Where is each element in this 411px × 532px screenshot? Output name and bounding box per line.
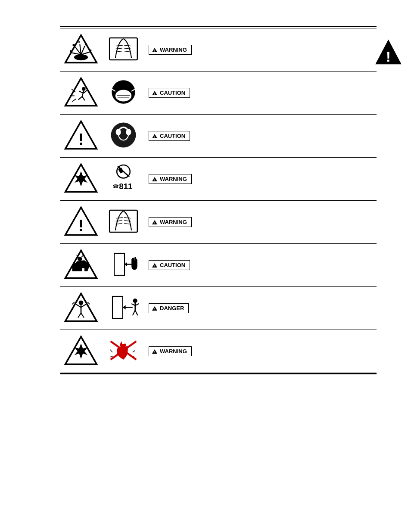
svg-line-16 <box>116 48 122 49</box>
svg-text:!: ! <box>154 178 156 182</box>
svg-point-46 <box>126 129 131 135</box>
icon1-cell <box>60 158 102 201</box>
svg-line-66 <box>124 218 131 218</box>
svg-text:!: ! <box>154 49 156 53</box>
icon2-cell <box>102 244 145 287</box>
badge-cell-3: ! CAUTION <box>145 115 377 158</box>
svg-line-88 <box>87 302 90 304</box>
table-row: ! <box>60 201 377 244</box>
badge-cell-7: ! DANGER <box>145 287 377 330</box>
svg-text:!: ! <box>78 130 84 148</box>
icon2-cell: ☎ 811 <box>102 158 145 201</box>
badge-triangle-icon: ! <box>152 177 158 182</box>
animal-triangle-icon <box>64 248 98 280</box>
bottom-border <box>60 373 377 374</box>
badge-triangle-icon: ! <box>152 90 158 96</box>
icon1-cell <box>60 244 102 287</box>
warning-badge-1: ! WARNING <box>149 45 192 55</box>
svg-point-8 <box>74 54 88 60</box>
svg-line-15 <box>116 45 123 46</box>
svg-text:!: ! <box>154 221 156 225</box>
svg-text:!: ! <box>386 48 391 65</box>
svg-rect-77 <box>132 258 134 262</box>
icon1-cell: ! <box>60 115 102 158</box>
svg-point-43 <box>111 123 136 148</box>
person-door-icon <box>105 291 142 324</box>
badge-triangle-icon: ! <box>152 349 158 354</box>
svg-text:!: ! <box>154 350 156 354</box>
svg-point-72 <box>78 257 82 261</box>
svg-point-45 <box>116 129 121 135</box>
svg-point-9 <box>72 44 75 46</box>
side-warning-icon: ! <box>374 39 402 67</box>
svg-point-13 <box>78 41 80 43</box>
badge-cell-8: ! WARNING <box>145 330 377 373</box>
icon2-cell <box>102 330 145 373</box>
svg-rect-89 <box>112 296 123 318</box>
svg-line-18 <box>124 45 131 46</box>
warning-badge-5: ! WARNING <box>149 217 192 227</box>
svg-text:☎: ☎ <box>112 184 119 190</box>
svg-point-11 <box>70 50 72 52</box>
hearing-protection-icon <box>105 119 142 151</box>
explosion-triangle2-icon <box>64 162 98 194</box>
table-row: ! WARNING <box>60 330 377 373</box>
table-row: ! CAUTION <box>60 244 377 287</box>
safety-table: ! WARNING <box>60 28 377 373</box>
badge-triangle-icon: ! <box>152 134 158 139</box>
page-container: ! <box>0 0 411 401</box>
top-border <box>60 26 377 27</box>
svg-point-10 <box>85 43 87 45</box>
manual-book2-icon <box>105 205 142 237</box>
svg-text:!: ! <box>154 264 156 268</box>
svg-text:811: 811 <box>119 182 132 191</box>
icon2-cell <box>102 201 145 244</box>
badge-triangle-icon: ! <box>152 47 158 53</box>
svg-rect-73 <box>114 253 125 275</box>
badge-cell-6: ! CAUTION <box>145 244 377 287</box>
svg-point-92 <box>133 299 137 303</box>
svg-line-25 <box>82 91 84 96</box>
caution-badge-2: ! CAUTION <box>149 88 190 98</box>
svg-point-24 <box>82 87 86 91</box>
badge-cell-2: ! CAUTION <box>145 72 377 115</box>
warning-badge-4: ! WARNING <box>149 174 192 184</box>
svg-line-102 <box>110 350 112 352</box>
glove-door-icon <box>105 248 142 280</box>
svg-text:!: ! <box>154 307 156 311</box>
icon1-cell: ! <box>60 201 102 244</box>
svg-line-64 <box>116 221 122 221</box>
svg-line-63 <box>116 218 123 218</box>
no-fire-icon <box>105 334 142 367</box>
table-row: ! WARNING <box>60 28 377 72</box>
explosion-triangle-icon <box>64 33 98 65</box>
dust-mask-icon <box>105 76 142 108</box>
svg-rect-62 <box>109 210 137 232</box>
svg-point-81 <box>79 301 84 305</box>
person-triangle-icon <box>64 291 98 324</box>
explosion-triangle3-icon <box>64 334 98 367</box>
badge-triangle-icon: ! <box>152 263 158 268</box>
svg-line-29 <box>84 90 87 93</box>
manual-book-icon <box>105 33 142 65</box>
svg-point-12 <box>90 50 91 51</box>
svg-text:!: ! <box>154 135 156 139</box>
badge-cell-4: ! WARNING <box>145 158 377 201</box>
svg-line-103 <box>110 356 113 357</box>
badge-triangle-icon: ! <box>152 220 158 225</box>
svg-line-27 <box>82 96 85 100</box>
svg-text:!: ! <box>154 92 156 96</box>
caution-badge-6: ! CAUTION <box>149 260 190 270</box>
icon1-cell <box>60 28 102 72</box>
icon1-cell <box>60 72 102 115</box>
icon2-cell <box>102 72 145 115</box>
table-row: ☎ 811 ! WARNING <box>60 158 377 201</box>
danger-badge-7: ! DANGER <box>149 303 189 313</box>
svg-line-86 <box>81 313 84 318</box>
caution-badge-3: ! CAUTION <box>149 131 190 141</box>
icon2-cell <box>102 115 145 158</box>
badge-cell-5: ! WARNING <box>145 201 377 244</box>
person-explosion-triangle-icon <box>64 76 98 108</box>
table-row: ! CAUTION <box>60 72 377 115</box>
svg-line-32 <box>72 99 76 102</box>
